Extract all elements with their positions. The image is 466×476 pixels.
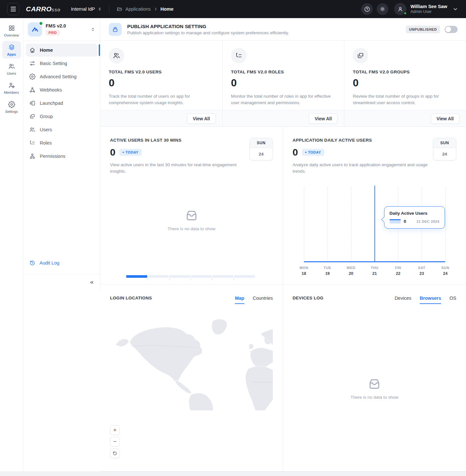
sidebar-item-users[interactable]: Users xyxy=(26,123,97,136)
stat-card-groups: TOTAL FMS V2.0 GROUPS 0 Review the total… xyxy=(344,41,466,126)
launchpad-icon xyxy=(29,100,36,106)
users-icon xyxy=(29,126,36,133)
sidebar-item-basic-setting[interactable]: Basic Setting xyxy=(26,57,97,70)
daily-active-users-chart[interactable]: Daily Active Users 0 21 DEC 2024 MON 18 … xyxy=(304,187,445,262)
breadcrumb-parent[interactable]: Applications xyxy=(126,6,151,12)
section-title: ACTIVE USERS IN LAST 30 MINS xyxy=(110,138,273,143)
theme-toggle-button[interactable] xyxy=(377,3,388,15)
list-tree-icon xyxy=(29,140,36,146)
folders-icon xyxy=(29,113,36,120)
publish-toggle[interactable] xyxy=(445,26,458,33)
roles-icon-badge xyxy=(231,48,247,63)
nav-rail: Overview Apps Users Members xyxy=(0,18,23,471)
sidebar-collapse-button[interactable]: « xyxy=(90,278,93,286)
x-axis-label: THU 21 xyxy=(371,265,378,276)
history-icon xyxy=(29,260,36,266)
sidebar-item-home[interactable]: Home xyxy=(26,44,97,57)
rail-item-settings[interactable]: Settings xyxy=(2,98,21,116)
axis-date: 24 xyxy=(441,271,449,277)
sidebar-item-label: Advanced Setting xyxy=(40,74,77,79)
sidebar-item-roles[interactable]: Roles xyxy=(26,136,97,149)
home-icon xyxy=(29,47,36,53)
users-icon xyxy=(8,63,15,70)
stat-description: Track the total number of users on app f… xyxy=(109,93,214,106)
slider-segment xyxy=(148,275,169,278)
rail-label: Apps xyxy=(7,52,16,56)
time-range-slider[interactable] xyxy=(126,275,255,278)
user-role: Admin User xyxy=(410,9,447,15)
brand-name: CARRO xyxy=(26,5,52,13)
app-selector[interactable]: FMS v2.0 PRD xyxy=(23,18,100,41)
tab-browsers[interactable]: Browsers xyxy=(420,296,441,304)
tab-devices[interactable]: Devices xyxy=(394,296,411,304)
axis-day: FRI xyxy=(395,265,401,271)
lock-icon xyxy=(112,26,119,33)
sidebar-item-audit-log[interactable]: Audit Log xyxy=(26,256,97,269)
member-gear-icon xyxy=(8,82,15,89)
view-all-roles-button[interactable]: View All xyxy=(309,114,338,124)
map-reset-button[interactable] xyxy=(110,449,120,458)
brand-suffix: sso xyxy=(52,7,61,12)
help-button[interactable] xyxy=(361,3,373,15)
sliders-icon xyxy=(29,60,36,67)
rail-item-users[interactable]: Users xyxy=(2,60,21,78)
world-map-svg xyxy=(110,308,273,410)
sidebar-item-group[interactable]: Group xyxy=(26,110,97,123)
rail-item-overview[interactable]: Overview xyxy=(2,22,21,39)
empty-state-text: There is no data to show xyxy=(168,226,216,231)
tab-map[interactable]: Map xyxy=(235,296,244,304)
map-zoom-in-button[interactable]: + xyxy=(110,425,120,435)
tab-os[interactable]: OS xyxy=(449,296,456,304)
webhook-icon xyxy=(29,87,36,93)
axis-date: 19 xyxy=(324,271,331,277)
org-selector-label: Internal IdP xyxy=(71,6,95,12)
online-status-dot xyxy=(404,12,407,15)
slider-segment xyxy=(234,275,255,278)
axis-date: 23 xyxy=(418,271,426,277)
calendar-date: 24 xyxy=(250,148,272,160)
person-icon xyxy=(397,6,404,12)
gridline xyxy=(445,187,446,262)
folder-icon xyxy=(116,6,123,12)
stats-row: TOTAL FMS V2.0 USERS 0 Track the total n… xyxy=(100,41,466,127)
axis-day: TUE xyxy=(324,265,331,271)
unfold-icon[interactable] xyxy=(90,27,95,32)
publish-setting-card: PUBLiSH APPLICATION SETTING Publish appl… xyxy=(100,18,466,41)
tab-countries[interactable]: Countries xyxy=(253,296,273,304)
sidebar-item-webhooks[interactable]: Webhooks xyxy=(26,83,97,96)
gear-icon xyxy=(8,101,15,108)
sidebar-item-permissions[interactable]: Permissions xyxy=(26,150,97,163)
rail-item-apps[interactable]: Apps xyxy=(2,41,21,59)
hamburger-menu-button[interactable] xyxy=(7,3,19,15)
calendar-day: SUN xyxy=(250,138,272,148)
axis-day: MON xyxy=(299,265,308,271)
user-avatar[interactable] xyxy=(394,3,406,15)
login-locations-tabs: Map Countries xyxy=(235,296,273,304)
org-selector[interactable]: Internal IdP xyxy=(71,6,102,12)
chevron-down-icon[interactable] xyxy=(452,6,458,12)
sidebar-collapse-row: « xyxy=(23,274,100,289)
users-icon xyxy=(113,52,120,60)
today-badge: TODAY xyxy=(302,149,324,156)
view-all-groups-button[interactable]: View All xyxy=(431,114,460,124)
section-title: APPLICATION DAILY ACTIVE USERS xyxy=(293,138,456,143)
header-divider xyxy=(109,5,109,13)
hierarchy-icon xyxy=(29,153,36,159)
view-all-users-button[interactable]: View All xyxy=(187,114,216,124)
map-zoom-out-button[interactable]: − xyxy=(110,437,120,447)
rail-item-members[interactable]: Members xyxy=(2,79,21,97)
user-meta: William See Saw Admin User xyxy=(410,4,447,15)
tooltip-date: 21 DEC 2024 xyxy=(416,220,439,223)
calendar-widget: SUN 24 xyxy=(250,138,273,160)
stat-card-roles: TOTAL FMS V2.0 ROLES 0 Monitor the total… xyxy=(222,41,344,126)
stat-title: TOTAL FMS V2.0 GROUPS xyxy=(353,70,458,74)
stat-description: Monitor the total number of roles in app… xyxy=(231,93,336,106)
sidebar-item-label: Launchpad xyxy=(40,101,63,106)
app-status-dot xyxy=(39,21,43,26)
sidebar-item-launchpad[interactable]: Launchpad xyxy=(26,97,97,110)
sidebar-item-advanced-setting[interactable]: Advanced Setting xyxy=(26,70,97,83)
stat-value: 0 xyxy=(353,77,458,89)
app-env-badge: PRD xyxy=(46,30,60,36)
world-map[interactable] xyxy=(110,308,273,410)
rail-label: Overview xyxy=(4,33,19,37)
